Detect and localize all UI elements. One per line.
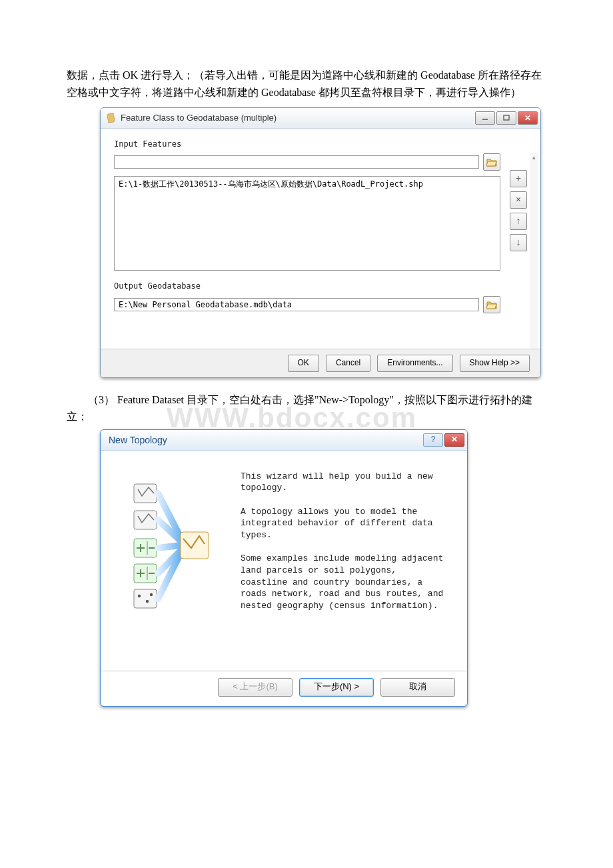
list-item[interactable]: E:\1-数据工作\20130513--乌海市乌达区\原始数据\Data\Roa… <box>115 177 500 192</box>
svg-rect-14 <box>134 589 157 608</box>
maximize-button[interactable] <box>496 111 516 125</box>
wizard-graphic <box>101 451 234 671</box>
svg-point-17 <box>150 593 153 596</box>
doc-paragraph-2: （3） Feature Dataset 目录下，空白处右击，选择"New->To… <box>67 391 546 425</box>
move-down-button[interactable]: ↓ <box>510 234 527 251</box>
svg-point-16 <box>146 600 149 603</box>
dialog2-title: New Topology <box>109 433 167 447</box>
add-button[interactable]: + <box>510 170 527 187</box>
svg-point-15 <box>138 595 141 597</box>
doc-paragraph-1: 数据，点击 OK 进行导入；（若导入出错，可能是因为道路中心线和新建的 Geod… <box>67 67 546 101</box>
help-button[interactable]: ? <box>423 433 443 447</box>
input-features-field[interactable] <box>114 155 479 169</box>
svg-rect-1 <box>504 115 509 120</box>
ok-button[interactable]: OK <box>288 355 319 372</box>
browse-output-button[interactable] <box>483 296 500 313</box>
dialog2-titlebar: New Topology ? ✕ <box>101 430 467 451</box>
input-features-label: Input Features <box>114 138 527 151</box>
close-button[interactable]: ✕ <box>444 433 464 447</box>
next-button[interactable]: 下一步(N) > <box>299 678 374 697</box>
browse-input-button[interactable] <box>483 153 500 171</box>
wizard-text-2: A topology allows you to model the integ… <box>241 506 447 541</box>
cancel-button[interactable]: 取消 <box>380 678 455 697</box>
svg-rect-3 <box>134 511 157 529</box>
output-geodatabase-field[interactable] <box>114 298 479 311</box>
svg-rect-18 <box>181 532 209 559</box>
remove-button[interactable]: × <box>510 191 527 209</box>
dialog1-titlebar: Feature Class to Geodatabase (multiple) … <box>101 108 540 129</box>
output-geodatabase-label: Output Geodatabase <box>114 280 527 293</box>
wizard-text-1: This wizard will help you build a new to… <box>241 471 447 494</box>
move-up-button[interactable]: ↑ <box>510 213 527 230</box>
input-features-list[interactable]: E:\1-数据工作\20130513--乌海市乌达区\原始数据\Data\Roa… <box>114 176 500 271</box>
show-help-button[interactable]: Show Help >> <box>460 355 530 372</box>
svg-rect-2 <box>134 484 157 503</box>
wizard-text-3: Some examples include modeling adjacent … <box>241 553 447 611</box>
minimize-button[interactable] <box>475 111 495 125</box>
cancel-button[interactable]: Cancel <box>326 355 370 372</box>
close-button[interactable]: ✕ <box>518 111 538 125</box>
scrollbar[interactable]: ▴ <box>530 153 538 350</box>
environments-button[interactable]: Environments... <box>377 355 452 372</box>
new-topology-dialog: New Topology ? ✕ <box>100 429 468 707</box>
feature-class-dialog: Feature Class to Geodatabase (multiple) … <box>100 107 541 377</box>
app-icon <box>106 113 117 123</box>
dialog1-title: Feature Class to Geodatabase (multiple) <box>121 111 277 125</box>
back-button: < 上一步(B) <box>218 678 293 697</box>
